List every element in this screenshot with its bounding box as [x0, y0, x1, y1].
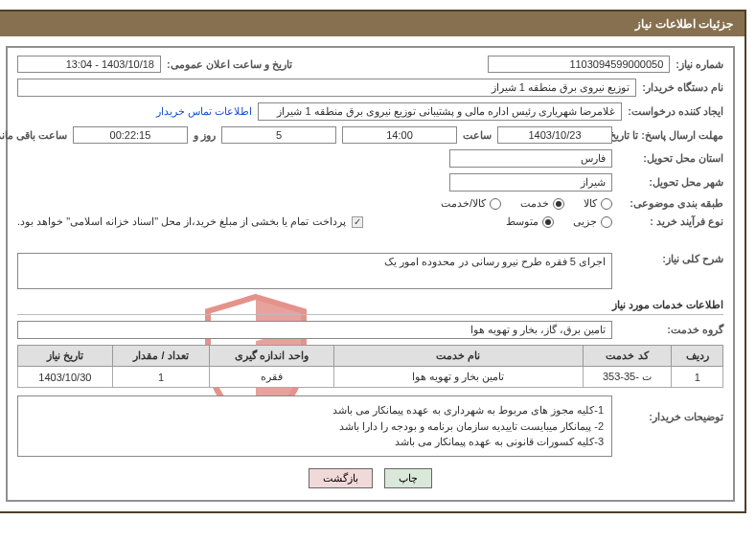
main-frame: جزئیات اطلاعات نیاز Aria Tender .net شما… [0, 10, 746, 513]
service-group-label: گروه خدمت: [618, 324, 723, 336]
payment-note: پرداخت تمام یا بخشی از مبلغ خرید،از محل … [17, 215, 346, 228]
category-label: طبقه بندی موضوعی: [618, 197, 723, 210]
deadline-label: مهلت ارسال پاسخ: تا تاریخ: [618, 129, 723, 142]
th-unit: واحد اندازه گیری [210, 346, 333, 367]
deadline-time-label: ساعت [463, 129, 492, 142]
row-city: شهر محل تحویل: شیراز [17, 173, 723, 192]
row-service-group: گروه خدمت: تامین برق، گاز، بخار و تهویه … [17, 321, 723, 339]
days-remaining-value: 5 [221, 126, 336, 144]
td-unit: فقره [210, 367, 333, 388]
radio-goods[interactable]: کالا [584, 197, 612, 210]
hours-remaining-value: 00:22:15 [73, 126, 188, 144]
td-name: تامین بخار و تهویه هوا [333, 367, 583, 388]
need-number-label: شماره نیاز: [676, 58, 723, 71]
row-category: طبقه بندی موضوعی: کالا خدمت کالا/خدمت [17, 197, 723, 210]
requester-label: ایجاد کننده درخواست: [628, 105, 723, 118]
td-date: 1403/10/30 [18, 367, 113, 388]
buyer-org-value: توزیع نیروی برق منطقه 1 شیراز [17, 79, 636, 97]
city-value: شیراز [449, 173, 612, 192]
radio-service[interactable]: خدمت [520, 197, 564, 210]
announce-datetime-value: 1403/10/18 - 13:04 [17, 56, 161, 73]
radio-minor-label: جزیی [573, 215, 597, 228]
process-label: نوع فرآیند خرید : [618, 215, 723, 228]
announce-datetime-label: تاریخ و ساعت اعلان عمومی: [167, 58, 292, 71]
general-desc-value: اجرای 5 فقره طرح نیرو رسانی در محدوده ام… [17, 253, 612, 289]
th-qty: تعداد / مقدار [112, 346, 210, 367]
payment-checkbox[interactable] [352, 216, 363, 228]
th-date: تاریخ نیاز [18, 346, 113, 367]
row-buyer-notes: توضیحات خریدار: 1-کلیه مجوز های مربوط به… [17, 395, 723, 457]
services-table: ردیف کد خدمت نام خدمت واحد اندازه گیری ت… [17, 345, 723, 388]
page-title: جزئیات اطلاعات نیاز [0, 11, 745, 36]
city-label: شهر محل تحویل: [618, 176, 723, 189]
row-requester: ایجاد کننده درخواست: غلامرضا شهریاری رئی… [17, 102, 723, 121]
service-group-value: تامین برق، گاز، بخار و تهویه هوا [17, 321, 612, 339]
deadline-time-value: 14:00 [342, 126, 457, 144]
back-button[interactable]: بازگشت [309, 468, 373, 488]
province-label: استان محل تحویل: [618, 152, 723, 165]
row-process: نوع فرآیند خرید : جزیی متوسط پرداخت تمام… [17, 215, 723, 228]
radio-medium-label: متوسط [506, 215, 538, 228]
days-label: روز و [194, 129, 216, 142]
th-name: نام خدمت [333, 346, 583, 367]
td-qty: 1 [112, 367, 210, 388]
buyer-note-line-2: 2- پیمانکار میبایست تاییدیه سازمان برنام… [26, 418, 604, 435]
requester-value: غلامرضا شهریاری رئیس اداره مالی و پشتیبا… [258, 102, 622, 121]
buyer-note-line-3: 3-کلیه کسورات قانونی به عهده پیمانکار می… [26, 434, 604, 450]
row-province: استان محل تحویل: فارس [17, 149, 723, 168]
radio-service-label: خدمت [520, 197, 549, 210]
radio-goods-service-label: کالا/خدمت [441, 197, 486, 210]
buyer-note-line-1: 1-کلیه مجوز های مربوط به شهرداری به عهده… [26, 402, 604, 418]
print-button[interactable]: چاپ [384, 468, 432, 488]
buyer-org-label: نام دستگاه خریدار: [642, 81, 723, 94]
row-need-number: شماره نیاز: 1103094599000050 تاریخ و ساع… [17, 56, 723, 73]
general-desc-label: شرح کلی نیاز: [618, 253, 723, 265]
row-buyer-org: نام دستگاه خریدار: توزیع نیروی برق منطقه… [17, 79, 723, 97]
radio-goods-service[interactable]: کالا/خدمت [441, 197, 501, 210]
radio-minor[interactable]: جزیی [573, 215, 612, 228]
th-code: کد خدمت [583, 346, 672, 367]
services-section-title: اطلاعات خدمات مورد نیاز [17, 299, 723, 315]
td-code: ت -35-353 [583, 367, 672, 388]
need-number-value: 1103094599000050 [488, 56, 670, 73]
th-row: ردیف [672, 346, 723, 367]
radio-medium[interactable]: متوسط [506, 215, 554, 228]
button-row: چاپ بازگشت [17, 468, 723, 488]
row-general-desc: شرح کلی نیاز: اجرای 5 فقره طرح نیرو رسان… [17, 253, 723, 289]
radio-goods-label: کالا [584, 197, 597, 210]
table-row: 1 ت -35-353 تامین بخار و تهویه هوا فقره … [18, 367, 723, 388]
hours-label: ساعت باقی مانده [0, 129, 67, 142]
buyer-contact-link[interactable]: اطلاعات تماس خریدار [156, 105, 252, 118]
province-value: فارس [449, 149, 612, 168]
buyer-notes-label: توضیحات خریدار: [618, 395, 723, 423]
deadline-date-value: 1403/10/23 [497, 126, 612, 144]
buyer-notes-box: 1-کلیه مجوز های مربوط به شهرداری به عهده… [17, 395, 612, 457]
row-deadline: مهلت ارسال پاسخ: تا تاریخ: 1403/10/23 سا… [17, 126, 723, 144]
content: Aria Tender .net شماره نیاز: 11030945990… [6, 46, 735, 502]
td-row: 1 [672, 367, 723, 388]
